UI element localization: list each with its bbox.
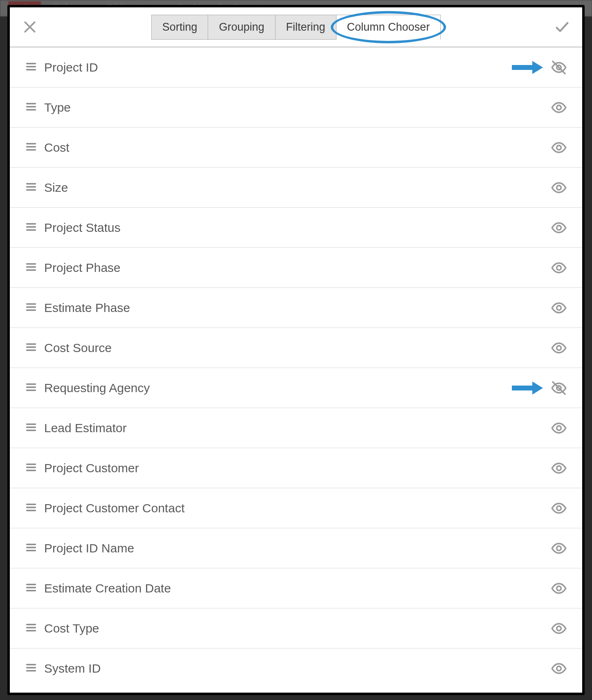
svg-point-71: [557, 666, 561, 671]
tab-label: Column Chooser: [347, 21, 430, 33]
column-label: Project ID: [44, 61, 549, 74]
svg-point-16: [557, 145, 561, 150]
drag-handle-icon: [24, 540, 38, 555]
eye-icon: [551, 420, 567, 436]
drag-handle[interactable]: [24, 179, 36, 196]
visibility-toggle[interactable]: [549, 459, 568, 478]
visibility-toggle[interactable]: [549, 379, 568, 397]
drag-handle[interactable]: [24, 540, 36, 556]
column-label: Project Customer Contact: [44, 501, 549, 515]
eye-icon: [551, 300, 567, 316]
drag-handle[interactable]: [24, 380, 36, 396]
drag-handle[interactable]: [24, 300, 36, 316]
drag-handle-icon: [24, 420, 38, 435]
svg-point-20: [557, 185, 561, 190]
eye-off-icon: [551, 380, 567, 396]
eye-icon: [551, 99, 567, 116]
column-row: Project Status: [10, 208, 582, 248]
drag-handle[interactable]: [24, 59, 36, 76]
svg-point-24: [557, 225, 561, 230]
drag-handle[interactable]: [24, 340, 36, 356]
eye-icon: [551, 500, 567, 516]
visibility-toggle[interactable]: [549, 138, 568, 157]
svg-point-51: [557, 466, 561, 470]
column-row: Project Phase: [10, 248, 582, 288]
drag-handle[interactable]: [24, 580, 36, 597]
tab-bar: SortingGroupingFilteringColumn Chooser: [40, 15, 552, 40]
eye-icon: [551, 460, 567, 476]
close-button[interactable]: [20, 17, 40, 37]
visibility-toggle[interactable]: [549, 619, 568, 638]
eye-icon: [551, 220, 567, 236]
drag-handle-icon: [24, 99, 38, 114]
visibility-toggle[interactable]: [549, 178, 568, 197]
svg-point-32: [557, 305, 561, 310]
eye-icon: [551, 660, 567, 677]
visibility-toggle[interactable]: [549, 98, 568, 117]
column-label: Cost Type: [44, 621, 549, 635]
column-label: Size: [44, 181, 549, 195]
drag-handle[interactable]: [24, 139, 36, 156]
tab-sorting[interactable]: Sorting: [151, 15, 209, 40]
drag-handle-icon: [24, 620, 38, 635]
column-label: Requesting Agency: [44, 381, 549, 395]
svg-point-67: [557, 626, 561, 630]
column-list: Project IDTypeCostSizeProject StatusProj…: [10, 47, 582, 693]
eye-icon: [551, 179, 567, 196]
confirm-button[interactable]: [552, 17, 572, 37]
visibility-toggle[interactable]: [549, 499, 568, 518]
eye-icon: [551, 620, 567, 637]
column-row: Project Customer: [10, 448, 582, 488]
visibility-toggle[interactable]: [549, 258, 568, 277]
drag-handle[interactable]: [24, 220, 36, 236]
visibility-toggle[interactable]: [549, 58, 568, 77]
drag-handle-icon: [24, 179, 38, 194]
visibility-toggle[interactable]: [549, 419, 568, 438]
close-icon: [22, 19, 38, 35]
drag-handle-icon: [24, 300, 38, 314]
column-row: Size: [10, 168, 582, 208]
eye-off-icon: [551, 59, 567, 76]
column-row: Project Customer Contact: [10, 488, 582, 528]
column-row: Project ID Name: [10, 528, 582, 568]
column-row: Requesting Agency: [10, 368, 582, 408]
column-row: System ID: [10, 648, 582, 689]
drag-handle-icon: [24, 260, 38, 274]
drag-handle-icon: [24, 220, 38, 234]
visibility-toggle[interactable]: [549, 579, 568, 598]
check-icon: [554, 19, 570, 35]
drag-handle[interactable]: [24, 660, 36, 677]
drag-handle[interactable]: [24, 620, 36, 637]
drag-handle-icon: [24, 500, 38, 515]
column-chooser-modal: SortingGroupingFilteringColumn Chooser P…: [7, 5, 585, 695]
drag-handle[interactable]: [24, 260, 36, 276]
column-row: Lead Estimator: [10, 408, 582, 448]
drag-handle[interactable]: [24, 460, 36, 476]
svg-point-36: [557, 346, 561, 350]
visibility-toggle[interactable]: [549, 339, 568, 357]
column-label: Estimate Phase: [44, 301, 549, 315]
svg-point-63: [557, 586, 561, 590]
visibility-toggle[interactable]: [549, 298, 568, 317]
visibility-toggle[interactable]: [549, 218, 568, 237]
svg-point-59: [557, 546, 561, 550]
drag-handle-icon: [24, 139, 38, 154]
column-label: Cost: [44, 141, 549, 155]
column-label: Estimate Creation Date: [44, 581, 549, 595]
column-label: Type: [44, 101, 549, 114]
visibility-toggle[interactable]: [549, 659, 568, 678]
tab-filtering[interactable]: Filtering: [276, 15, 336, 40]
drag-handle[interactable]: [24, 420, 36, 436]
column-row: Estimate Creation Date: [10, 568, 582, 608]
column-row: Cost: [10, 128, 582, 168]
svg-point-55: [557, 506, 561, 510]
tab-grouping[interactable]: Grouping: [208, 15, 275, 40]
drag-handle[interactable]: [24, 500, 36, 516]
column-label: Project Customer: [44, 461, 549, 475]
visibility-toggle[interactable]: [549, 539, 568, 558]
tab-column-chooser[interactable]: Column Chooser: [336, 15, 441, 40]
drag-handle[interactable]: [24, 99, 36, 116]
tab-label: Grouping: [219, 21, 264, 33]
column-label: Cost Source: [44, 341, 549, 355]
drag-handle-icon: [24, 340, 38, 354]
